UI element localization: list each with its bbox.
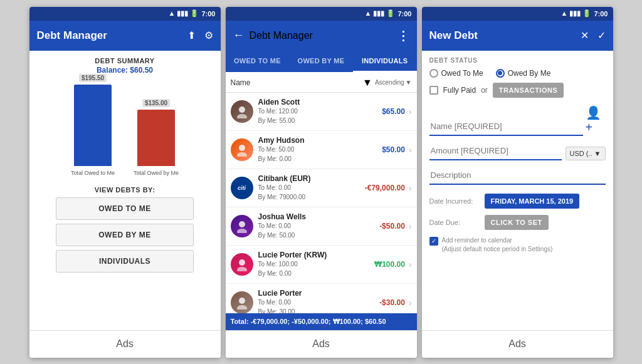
reminder-check-mark: ✓ [431, 237, 436, 244]
check-icon[interactable]: ✓ [597, 29, 606, 41]
debt-item-citi[interactable]: citi Citibank (EUR) To Me: 0.00 By Me: 7… [226, 169, 417, 207]
bar1 [74, 85, 112, 166]
debt-amount-amy: $50.00 [382, 145, 405, 154]
ads-label-2: Ads [312, 338, 330, 350]
debt-item-lucie[interactable]: Lucie Porter To Me: 0.00 By Me: 30.00 -$… [226, 284, 417, 313]
debt-info-citi: Citibank (EUR) To Me: 0.00 By Me: 79000.… [258, 174, 365, 202]
view-debts-by-label: VIEW DEBTS BY: [95, 186, 155, 194]
amount-field[interactable] [429, 142, 562, 160]
name-field[interactable] [429, 118, 583, 136]
debt-name-amy: Amy Hudson [258, 136, 382, 145]
debt-sub-citi: To Me: 0.00 By Me: 79000.00 [258, 183, 365, 202]
tab-owed-by-me[interactable]: OWED BY ME [289, 51, 353, 72]
screen3: ▲ ▮▮▮ 🔋 7:00 New Debt ✕ ✓ DEBT STATUS Ow… [422, 7, 613, 358]
debt-amount-joshua: -$50.00 [379, 222, 405, 231]
status-icons-1: ▲ ▮▮▮ 🔋 [168, 9, 199, 18]
date-incurred-row: Date Incurred: FRIDAY, MARCH 15, 2019 [429, 194, 606, 209]
sort-chevron: ▼ [406, 79, 412, 86]
ads-label-1: Ads [116, 338, 134, 350]
radio-dot-by-me [498, 71, 502, 75]
screen3-body: DEBT STATUS Owed To Me Owed By Me Fully … [422, 51, 613, 330]
tab-owed-to-me[interactable]: OWED TO ME [226, 51, 290, 72]
debt-item-aiden[interactable]: Aiden Scott To Me: 120.00 By Me: 55.00 $… [226, 93, 417, 131]
debt-item-joshua[interactable]: Joshua Wells To Me: 0.00 By Me: 50.00 -$… [226, 207, 417, 246]
reminder-checkbox[interactable]: ✓ [429, 237, 438, 246]
screen1-header: Debt Manager ⬆ ⚙ [29, 21, 221, 51]
avatar-joshua [231, 215, 253, 237]
screen1-title: Debt Manager [37, 29, 107, 42]
ads-label-3: Ads [508, 338, 526, 350]
bar1-label-bottom: Total Owed to Me [71, 170, 115, 176]
screen3-title: New Debt [429, 29, 478, 42]
transactions-button[interactable]: TRANSACTIONS [493, 83, 564, 98]
svg-point-6 [239, 259, 245, 266]
fully-paid-label: Fully Paid [443, 86, 476, 95]
share-icon[interactable]: ⬆ [187, 29, 196, 41]
owed-by-me-button[interactable]: OWED BY ME [56, 224, 194, 246]
screen1-header-icons: ⬆ ⚙ [187, 29, 213, 41]
filter-row: Name ▼ Ascending ▼ [226, 73, 417, 93]
debt-sub-aiden: To Me: 120.00 By Me: 55.00 [258, 107, 382, 125]
status-bar-3: ▲ ▮▮▮ 🔋 7:00 [422, 7, 613, 21]
bar2-label-bottom: Total Owed by Me [134, 170, 179, 176]
svg-point-1 [237, 114, 247, 118]
debt-sub-lucie-krw: To Me: 100.00 By Me: 0.00 [258, 259, 375, 278]
chevron-joshua: › [409, 221, 412, 231]
reminder-text: Add reminder to calendar(Adjust default … [442, 236, 553, 254]
date-incurred-label: Date Incurred: [429, 197, 480, 205]
debt-status-title: DEBT STATUS [429, 57, 606, 64]
currency-chevron: ▼ [594, 150, 601, 157]
debt-amount-lucie: -$30.00 [379, 298, 405, 307]
tab-individuals[interactable]: INDIVIDUALS [353, 51, 417, 72]
add-person-icon[interactable]: 👤+ [586, 105, 606, 135]
date-due-set-button[interactable]: CLICK TO SET [485, 215, 549, 230]
description-field[interactable] [429, 167, 606, 185]
settings-icon[interactable]: ⚙ [204, 29, 213, 41]
debt-summary-title: DEBT SUMMARY [95, 57, 154, 65]
radio-owed-by-me[interactable]: Owed By Me [496, 69, 551, 78]
total-bar: Total: -€79,000.00; -¥50,000.00; ₩100.00… [226, 313, 417, 330]
date-incurred-value[interactable]: FRIDAY, MARCH 15, 2019 [485, 194, 580, 209]
avatar-citi: citi [231, 177, 253, 199]
bar-col-2: $135.00 Total Owed by Me [134, 99, 179, 176]
fully-paid-checkbox[interactable] [429, 86, 438, 95]
screen1-body: DEBT SUMMARY Balance: $60.50 $195.50 Tot… [29, 51, 221, 330]
radio-owed-to-me[interactable]: Owed To Me [429, 69, 483, 78]
bar2 [137, 110, 175, 166]
sort-label: Ascending [375, 79, 404, 86]
close-icon[interactable]: ✕ [581, 29, 589, 41]
chevron-lucie-krw: › [409, 259, 412, 269]
debt-list: Aiden Scott To Me: 120.00 By Me: 55.00 $… [226, 93, 417, 313]
ads-bar-3: Ads [422, 330, 613, 358]
svg-point-4 [239, 221, 245, 227]
ads-bar-2: Ads [226, 330, 417, 358]
filter-dropdown-icon: ▼ [362, 77, 372, 88]
avatar-lucie-krw [231, 253, 253, 276]
filter-name-label: Name [231, 78, 360, 87]
screen2-title: Debt Manager [250, 30, 313, 41]
svg-point-5 [237, 229, 247, 233]
or-text: or [481, 86, 488, 95]
individuals-button[interactable]: INDIVIDUALS [56, 250, 194, 273]
bar1-label-top: $195.50 [79, 74, 107, 82]
filter-sort[interactable]: Ascending ▼ [375, 79, 412, 86]
debt-item-amy[interactable]: Amy Hudson To Me: 50.00 By Me: 0.00 $50.… [226, 131, 417, 169]
check-row: Fully Paid or TRANSACTIONS [429, 83, 606, 98]
name-field-row: 👤+ [429, 105, 606, 142]
radio-circle-to-me [429, 69, 438, 78]
back-button[interactable]: ← [233, 29, 245, 42]
owed-to-me-button[interactable]: OWED TO ME [56, 197, 194, 220]
status-icons-3: ▲ ▮▮▮ 🔋 [560, 9, 591, 18]
debt-info-joshua: Joshua Wells To Me: 0.00 By Me: 50.00 [258, 212, 380, 240]
more-menu-icon[interactable]: ⋮ [397, 28, 409, 43]
currency-dropdown[interactable]: USD (.. ▼ [566, 147, 606, 160]
debt-item-lucie-krw[interactable]: Lucie Porter (KRW) To Me: 100.00 By Me: … [226, 246, 417, 284]
debt-amount-lucie-krw: ₩100.00 [374, 260, 405, 269]
amount-field-row: USD (.. ▼ [429, 142, 606, 160]
screen2-header-title-row: Debt Manager [250, 30, 397, 41]
screen2-header: ← Debt Manager ⋮ [226, 21, 417, 51]
balance-value: $60.50 [130, 66, 153, 75]
debt-name-aiden: Aiden Scott [258, 98, 382, 107]
radio-row: Owed To Me Owed By Me [429, 69, 606, 78]
screen3-header: New Debt ✕ ✓ [422, 21, 613, 51]
